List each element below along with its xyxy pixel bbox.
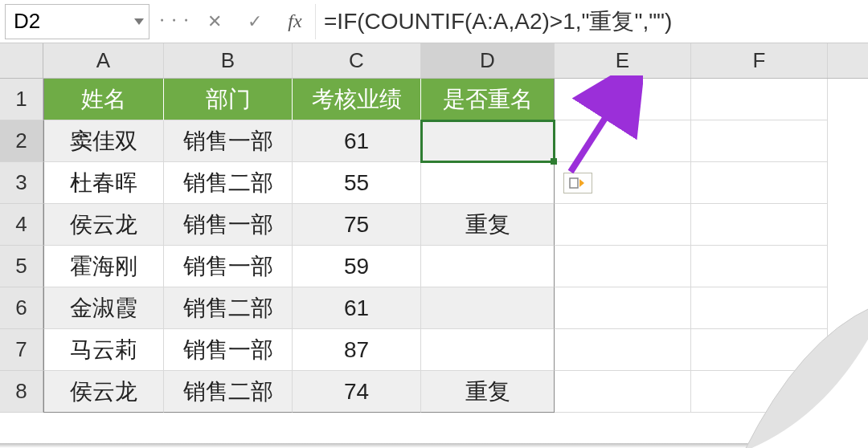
formula-bar-buttons: ᛫᛫᛫ ✕ ✓ fx — [154, 4, 315, 39]
formula-bar: D2 ᛫᛫᛫ ✕ ✓ fx =IF(COUNTIF(A:A,A2)>1,"重复"… — [0, 0, 868, 43]
header-cell-name[interactable]: 姓名 — [43, 79, 164, 120]
cell-F4[interactable] — [691, 204, 828, 246]
row-5: 5 霍海刚 销售一部 59 — [0, 246, 868, 287]
column-headers: A B C D E F — [0, 43, 868, 79]
row-header-6[interactable]: 6 — [0, 287, 43, 329]
cell-F8[interactable] — [691, 371, 828, 413]
cell-D7[interactable] — [421, 329, 555, 371]
cell-B6[interactable]: 销售二部 — [164, 287, 293, 329]
name-box-value: D2 — [14, 9, 40, 34]
col-header-F[interactable]: F — [691, 43, 828, 78]
cell-B7[interactable]: 销售一部 — [164, 329, 293, 371]
enter-button[interactable]: ✓ — [241, 8, 268, 35]
cell-D5[interactable] — [421, 246, 555, 287]
row-header-4[interactable]: 4 — [0, 204, 43, 246]
row-header-8[interactable]: 8 — [0, 371, 43, 413]
cell-C8[interactable]: 74 — [293, 371, 421, 413]
cell-A6[interactable]: 金淑霞 — [43, 287, 164, 329]
cell-E5[interactable] — [555, 246, 691, 287]
row-1: 1 姓名 部门 考核业绩 是否重名 — [0, 79, 868, 120]
cell-D3[interactable] — [421, 162, 555, 204]
fill-handle[interactable] — [551, 158, 557, 165]
spreadsheet-grid: A B C D E F 1 姓名 部门 考核业绩 是否重名 2 窦佳双 销售一部… — [0, 43, 868, 413]
row-6: 6 金淑霞 销售二部 61 — [0, 287, 868, 329]
cancel-button[interactable]: ✕ — [201, 8, 228, 35]
col-header-A[interactable]: A — [43, 43, 164, 78]
cell-B2[interactable]: 销售一部 — [164, 120, 293, 162]
formula-text: =IF(COUNTIF(A:A,A2)>1,"重复","") — [324, 6, 672, 37]
cell-E2[interactable] — [555, 120, 691, 162]
cell-A2[interactable]: 窦佳双 — [43, 120, 164, 162]
cell-B3[interactable]: 销售二部 — [164, 162, 293, 204]
select-all-corner[interactable] — [0, 43, 43, 78]
cell-A4[interactable]: 侯云龙 — [43, 204, 164, 246]
header-cell-dup[interactable]: 是否重名 — [421, 79, 555, 120]
cell-F2[interactable] — [691, 120, 828, 162]
cell-A7[interactable]: 马云莉 — [43, 329, 164, 371]
header-cell-dept[interactable]: 部门 — [164, 79, 293, 120]
name-box[interactable]: D2 — [5, 4, 149, 39]
cell-B4[interactable]: 销售一部 — [164, 204, 293, 246]
cell-F7[interactable] — [691, 329, 828, 371]
autofill-options-button[interactable] — [563, 173, 592, 193]
cell-F3[interactable] — [691, 162, 828, 204]
cell-C4[interactable]: 75 — [293, 204, 421, 246]
bottom-shadow — [0, 443, 868, 448]
fx-button[interactable]: fx — [281, 8, 309, 35]
cell-D8[interactable]: 重复 — [421, 371, 555, 413]
chevron-down-icon[interactable] — [134, 18, 144, 25]
cell-E1[interactable] — [555, 79, 691, 120]
col-header-B[interactable]: B — [164, 43, 293, 78]
row-header-7[interactable]: 7 — [0, 329, 43, 371]
cell-A8[interactable]: 侯云龙 — [43, 371, 164, 413]
header-cell-score[interactable]: 考核业绩 — [293, 79, 421, 120]
cell-A5[interactable]: 霍海刚 — [43, 246, 164, 287]
cell-C2[interactable]: 61 — [293, 120, 421, 162]
cell-A3[interactable]: 杜春晖 — [43, 162, 164, 204]
cell-F6[interactable] — [691, 287, 828, 329]
col-header-E[interactable]: E — [555, 43, 691, 78]
col-header-C[interactable]: C — [293, 43, 421, 78]
cell-D2[interactable] — [421, 120, 555, 162]
formula-input[interactable]: =IF(COUNTIF(A:A,A2)>1,"重复","") — [315, 4, 868, 39]
row-8: 8 侯云龙 销售二部 74 重复 — [0, 371, 868, 413]
col-header-D[interactable]: D — [421, 43, 555, 78]
cell-F5[interactable] — [691, 246, 828, 287]
cell-C5[interactable]: 59 — [293, 246, 421, 287]
row-4: 4 侯云龙 销售一部 75 重复 — [0, 204, 868, 246]
cell-E6[interactable] — [555, 287, 691, 329]
cell-E4[interactable] — [555, 204, 691, 246]
cell-F1[interactable] — [691, 79, 828, 120]
cell-E7[interactable] — [555, 329, 691, 371]
row-3: 3 杜春晖 销售二部 55 — [0, 162, 868, 204]
cell-B5[interactable]: 销售一部 — [164, 246, 293, 287]
svg-rect-0 — [570, 178, 578, 188]
row-header-2[interactable]: 2 — [0, 120, 43, 162]
dots-icon: ᛫᛫᛫ — [161, 8, 188, 35]
cell-D4[interactable]: 重复 — [421, 204, 555, 246]
row-header-1[interactable]: 1 — [0, 79, 43, 120]
row-header-3[interactable]: 3 — [0, 162, 43, 204]
cell-E8[interactable] — [555, 371, 691, 413]
cell-C6[interactable]: 61 — [293, 287, 421, 329]
cell-C7[interactable]: 87 — [293, 329, 421, 371]
row-header-5[interactable]: 5 — [0, 246, 43, 287]
cell-C3[interactable]: 55 — [293, 162, 421, 204]
cell-B8[interactable]: 销售二部 — [164, 371, 293, 413]
row-2: 2 窦佳双 销售一部 61 — [0, 120, 868, 162]
row-7: 7 马云莉 销售一部 87 — [0, 329, 868, 371]
cell-D6[interactable] — [421, 287, 555, 329]
